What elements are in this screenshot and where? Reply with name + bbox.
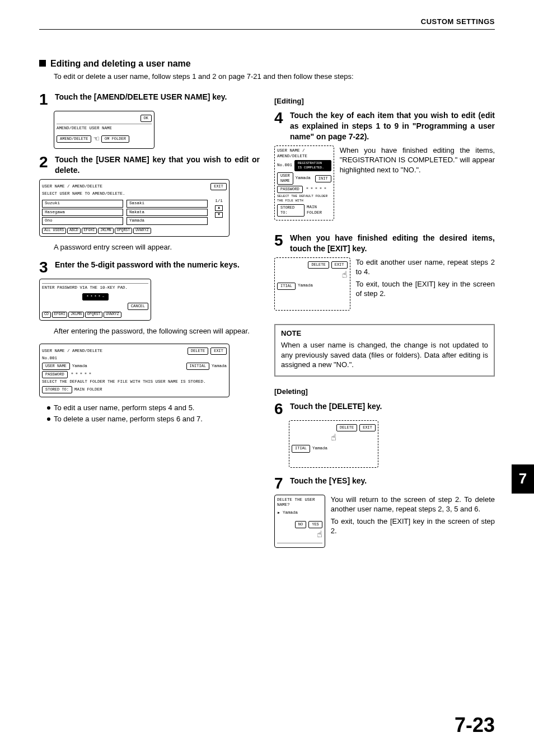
page-indicator: 1/1 <box>211 199 227 204</box>
hand-pointer-icon: ☝ <box>342 270 348 280</box>
screen-exit: DELETE EXIT ☝ ITIAL Yamada <box>274 257 350 311</box>
filter-tab[interactable]: UVWXYZ <box>104 312 121 317</box>
password-mask: ＊＊＊＊－ <box>82 293 109 300</box>
user-item[interactable]: Ono <box>42 217 123 225</box>
screen-confirm-delete: DELETE THE USER NAME? ▸Yamada NO YES ☝ <box>274 495 325 548</box>
filter-tab[interactable]: CD <box>42 312 51 317</box>
step5-side-text-1: To edit another user name, repeat steps … <box>356 257 495 277</box>
hand-pointer-icon: ☝ <box>331 433 336 443</box>
stored-prompt: SELECT THE DEFAULT FOLDER THE FILE WITH <box>277 194 331 203</box>
delete-button[interactable]: DELETE <box>188 348 208 355</box>
screen-delete: DELETE EXIT ☝ ITIAL Yamada <box>289 420 378 468</box>
screen-amend-delete: OK AMEND/DELETE USER NAME AMEND/DELETE ☜… <box>54 111 154 149</box>
user-name-value: Yamada <box>72 364 87 369</box>
section-title: Editing and deleting a user name <box>39 58 495 70</box>
note-body: When a user name is changed, the change … <box>281 340 488 370</box>
step-number: 5 <box>274 233 287 248</box>
filter-tab[interactable]: EFGHI <box>82 228 97 233</box>
filter-tab[interactable]: EFGHI <box>52 312 68 317</box>
user-name-value: Yamada <box>296 176 311 181</box>
step7-side-text-2: To exit, touch the [EXIT] key in the scr… <box>331 516 495 536</box>
filter-tab[interactable]: OPQRST <box>85 312 102 317</box>
step-5: 5 When you have finished editing the des… <box>274 233 495 254</box>
initial-fragment: ITIAL <box>292 445 310 452</box>
square-bullet-icon <box>39 60 46 67</box>
initial-value: Yamada <box>212 364 227 369</box>
user-name-field-button[interactable]: USER NAME <box>277 172 293 185</box>
hand-pointer-icon: ☜ <box>93 134 99 145</box>
up-arrow-icon[interactable]: ▲ <box>215 205 223 211</box>
bullet-icon <box>47 406 50 410</box>
yes-button[interactable]: YES <box>308 521 322 528</box>
step-text: Touch the [YES] key. <box>290 476 367 486</box>
user-item[interactable]: Yamada <box>127 217 208 225</box>
note-box: NOTE When a user name is changed, the ch… <box>274 324 495 377</box>
exit-button[interactable]: EXIT <box>359 424 376 431</box>
init-button[interactable]: INIT <box>315 175 331 182</box>
step-7: 7 Touch the [YES] key. <box>274 476 495 491</box>
user-item[interactable]: Sasaki <box>127 200 208 208</box>
filter-tab[interactable]: ABCD <box>67 228 81 233</box>
screen-user-detail: USER NAME / AMEND/DELETE DELETE EXIT No.… <box>39 344 229 397</box>
chapter-tab: 7 <box>512 464 534 494</box>
page-number: 7-23 <box>455 712 495 739</box>
password-value: ＊＊＊＊＊ <box>305 187 327 192</box>
confirm-name: Yamada <box>283 510 298 516</box>
bullet-icon <box>47 417 50 421</box>
folder-button[interactable]: OM FOLDER <box>101 135 129 143</box>
stored-to-value: MAIN FOLDER <box>307 205 331 216</box>
stored-to-button[interactable]: STORED TO: <box>277 204 305 217</box>
bullet-list: To edit a user name, perform steps 4 and… <box>47 403 260 424</box>
amend-delete-button[interactable]: AMEND/DELETE <box>57 135 91 143</box>
pointer-icon: ▸ <box>277 509 280 516</box>
screen-user-list: USER NAME / AMEND/DELETE EXIT SELECT USE… <box>39 179 229 237</box>
filter-tab[interactable]: ALL USERS <box>42 228 66 233</box>
step-2: 2 Touch the [USER NAME] key that you wis… <box>39 154 260 176</box>
note-title: NOTE <box>281 328 488 339</box>
user-item[interactable]: Hasegawa <box>42 209 123 217</box>
screen-prompt: SELECT USER NAME TO AMEND/DELETE. <box>42 191 227 197</box>
delete-button[interactable]: DELETE <box>308 261 329 269</box>
password-field-button[interactable]: PASSWORD <box>42 371 68 378</box>
step-6: 6 Touch the [DELETE] key. <box>274 401 495 417</box>
initial-value: Yamada <box>298 283 313 289</box>
registration-badge: REGISTRATION IS COMPLETED. <box>294 160 331 171</box>
filter-tab[interactable]: UVWXYZ <box>133 228 151 233</box>
screen-title: USER NAME / AMEND/DELETE <box>42 184 102 190</box>
step-text: Touch the [DELETE] key. <box>290 401 382 412</box>
step-number: 6 <box>274 401 287 417</box>
step-number: 7 <box>274 476 287 491</box>
step4-side-text: When you have finished editing the items… <box>340 145 495 175</box>
step-number: 1 <box>39 92 51 107</box>
no-button[interactable]: NO <box>295 521 306 528</box>
step-text: Touch the key of each item that you wish… <box>290 110 495 142</box>
password-note: A password entry screen will appear. <box>54 242 260 252</box>
user-item[interactable]: Suzuki <box>42 200 123 208</box>
exit-button[interactable]: EXIT <box>210 183 227 190</box>
down-arrow-icon[interactable]: ▼ <box>215 212 223 218</box>
initial-field-button[interactable]: INITIAL <box>186 363 209 370</box>
deleting-heading: [Deleting] <box>274 387 495 397</box>
password-field-button[interactable]: PASSWORD <box>277 186 303 193</box>
filter-tab[interactable]: JKLMN <box>98 228 114 233</box>
screen-title: USER NAME / AMEND/DELETE <box>42 349 102 354</box>
stored-to-button[interactable]: STORED TO: <box>42 386 72 393</box>
step-3: 3 Enter the 5-digit password with the nu… <box>39 260 260 275</box>
user-name-field-button[interactable]: USER NAME <box>42 363 70 370</box>
exit-button[interactable]: EXIT <box>331 261 348 269</box>
filter-tab[interactable]: JKLMN <box>68 312 84 317</box>
ok-button[interactable]: OK <box>140 115 152 122</box>
user-item[interactable]: Nakata <box>127 209 208 217</box>
step-text: Touch the [AMEND/DELETE USER NAME] key. <box>55 92 227 102</box>
filter-tab[interactable]: OPQRST <box>115 228 132 233</box>
initial-fragment: ITIAL <box>277 283 296 290</box>
hand-pointer-icon: ☝ <box>317 530 322 540</box>
delete-button[interactable]: DELETE <box>336 424 357 431</box>
step-text: Touch the [USER NAME] key that you wish … <box>55 154 260 176</box>
step-1: 1 Touch the [AMEND/DELETE USER NAME] key… <box>39 92 260 107</box>
editing-heading: [Editing] <box>274 96 495 106</box>
exit-button[interactable]: EXIT <box>210 348 227 355</box>
cancel-button[interactable]: CANCEL <box>128 303 148 310</box>
screen-registration-completed: USER NAME / AMEND/DELETE No.001 REGISTRA… <box>274 145 334 220</box>
page-header: CUSTOM SETTINGS <box>39 17 495 30</box>
